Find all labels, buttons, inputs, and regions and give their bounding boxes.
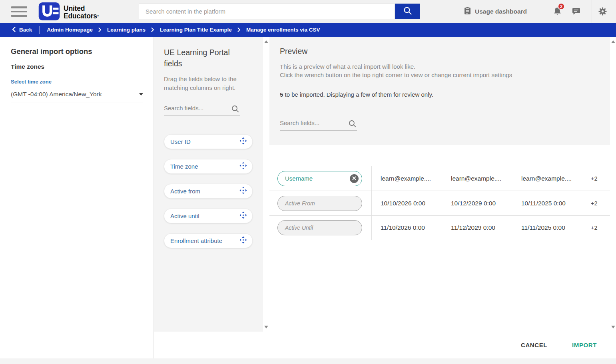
logo-text: United Educators· (64, 5, 99, 20)
cell-value: learn@example.... (512, 175, 583, 182)
portal-fields-panel: UE Learning Portal fields Drag the field… (154, 37, 263, 332)
clipboard-icon (464, 6, 471, 16)
hamburger-menu-icon[interactable] (11, 6, 27, 17)
table-row: Active Until 11/10/2026 0:00 11/12/2029 … (269, 215, 610, 240)
field-chip-label: Active from (170, 188, 200, 195)
chat-icon (572, 10, 581, 17)
table-row: Username learn@example.... learn@example… (269, 166, 610, 191)
portal-fields-title: UE Learning Portal fields (164, 47, 249, 69)
united-educators-logo[interactable]: United Educators· (38, 2, 99, 22)
breadcrumb-item-learning-plan-title[interactable]: Learning Plan Title Example (160, 27, 232, 33)
cell-value: 10/12/2029 0:00 (442, 200, 512, 207)
usage-dashboard-button[interactable]: Usage dashboard (464, 0, 527, 23)
active-from-drop-target[interactable]: Active From (277, 196, 362, 211)
fields-search-input[interactable] (164, 105, 224, 111)
top-header: United Educators· (0, 0, 616, 23)
move-icon (239, 137, 247, 146)
table-header-row (269, 145, 610, 166)
platform-search (139, 4, 395, 19)
preview-search (280, 119, 357, 131)
field-chip-label: Time zone (170, 163, 198, 170)
back-button[interactable]: Back (12, 27, 32, 33)
scroll-down-button[interactable] (263, 324, 269, 330)
mapping-cell: Active Until (269, 216, 372, 240)
scroll-down-button[interactable] (610, 324, 616, 330)
move-icon (239, 211, 247, 221)
breadcrumb-item-admin-homepage[interactable]: Admin Homepage (47, 27, 93, 33)
scroll-up-button[interactable] (263, 38, 269, 45)
preview-header-section: Preview This is a preview of what a real… (269, 37, 610, 145)
select-time-zone-label: Select time zone (11, 79, 143, 85)
preview-search-input[interactable] (280, 119, 340, 126)
cancel-button[interactable]: CANCEL (521, 342, 547, 348)
action-footer: CANCEL IMPORT (154, 332, 616, 358)
fields-panel-scrollbar[interactable] (263, 37, 269, 332)
chevron-right-icon (151, 28, 154, 32)
preview-panel-scrollbar[interactable] (610, 37, 616, 332)
preview-panel: Preview This is a preview of what a real… (269, 37, 610, 332)
scroll-up-button[interactable] (610, 38, 616, 45)
remove-mapping-button[interactable] (350, 174, 359, 183)
field-chip-time-zone[interactable]: Time zone (164, 159, 253, 174)
search-icon (349, 120, 356, 129)
general-import-options-panel: General import options Time zones Select… (0, 37, 154, 358)
import-button[interactable]: IMPORT (572, 342, 597, 348)
preview-description-line1: This is a preview of what a real import … (280, 62, 598, 71)
field-chip-user-id[interactable]: User ID (164, 134, 253, 149)
header-divider (449, 0, 449, 23)
breadcrumb-bar: Back Admin Homepage Learning plans Learn… (0, 23, 616, 37)
mapped-chip-label: Username (285, 175, 313, 182)
preview-description-line2: Click the wrench button on the top right… (280, 71, 598, 79)
platform-search-input[interactable] (139, 4, 395, 19)
close-icon (352, 175, 356, 181)
active-until-drop-target[interactable]: Active Until (277, 220, 362, 235)
settings-button[interactable] (598, 7, 607, 17)
gear-icon (598, 10, 607, 17)
field-chip-active-from[interactable]: Active from (164, 184, 253, 199)
chevron-left-icon (12, 27, 16, 33)
messages-button[interactable] (572, 8, 581, 17)
breadcrumb-item-learning-plans[interactable]: Learning plans (107, 27, 146, 33)
cell-value: 11/11/2025 0:00 (512, 224, 583, 231)
search-icon (231, 105, 239, 114)
cell-value: learn@example.... (372, 175, 442, 182)
more-values-badge: +2 (583, 225, 598, 231)
field-chip-enrollment-attribute[interactable]: Enrollment attribute (164, 233, 253, 248)
timezone-selected-value: (GMT -04:00) America/New_York (11, 91, 102, 98)
timezone-select[interactable]: (GMT -04:00) America/New_York (11, 91, 143, 103)
mapping-cell: Active From (269, 191, 372, 215)
breadcrumb-item-manage-enrollments: Manage enrollments via CSV (246, 27, 320, 33)
username-mapped-chip[interactable]: Username (277, 171, 362, 186)
fields-search (164, 105, 240, 116)
notification-badge: 2 (558, 3, 565, 10)
cell-value: 10/11/2025 0:00 (512, 200, 583, 207)
portal-fields-description: Drag the fields below to the matching co… (164, 75, 249, 92)
search-icon (403, 6, 412, 16)
header-divider (543, 0, 543, 23)
field-chip-label: User ID (170, 138, 191, 145)
drop-target-label: Active Until (285, 225, 313, 231)
move-icon (239, 187, 247, 196)
general-import-options-title: General import options (11, 47, 143, 56)
import-count-text: to be imported. Displaying a few of them… (283, 91, 433, 98)
search-button[interactable] (395, 4, 420, 19)
move-icon (239, 236, 247, 245)
chevron-down-icon (139, 93, 143, 95)
breadcrumb-divider (39, 26, 40, 34)
bell-icon (553, 11, 562, 18)
header-divider (592, 0, 592, 23)
back-label: Back (19, 27, 32, 33)
import-count-line: 5 to be imported. Displaying a few of th… (280, 91, 598, 98)
cell-value: learn@example.... (442, 175, 512, 182)
cell-value: 11/12/2029 0:00 (442, 224, 512, 231)
time-zones-section-title: Time zones (11, 63, 143, 70)
preview-title: Preview (280, 47, 598, 56)
cell-value: 11/10/2026 0:00 (372, 224, 442, 231)
field-chip-label: Enrollment attribute (170, 237, 222, 244)
field-chip-active-until[interactable]: Active until (164, 209, 253, 223)
manage-enrollments-page: United Educators· (0, 0, 616, 364)
more-values-badge: +2 (583, 175, 598, 182)
drop-target-label: Active From (285, 200, 315, 207)
usage-dashboard-label: Usage dashboard (475, 8, 527, 15)
bottom-strip (0, 358, 616, 364)
